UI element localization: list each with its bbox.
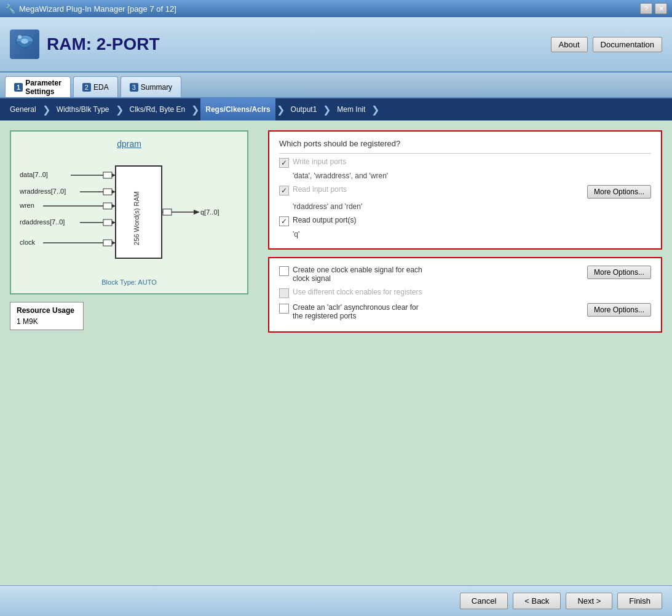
- tab-num-3: 3: [130, 83, 138, 92]
- svg-text:wren: wren: [19, 202, 34, 209]
- aclr-more-button[interactable]: More Options...: [587, 303, 651, 317]
- read-input-more-button[interactable]: More Options...: [587, 185, 651, 199]
- read-output-checkbox[interactable]: ✓: [279, 216, 289, 226]
- main-content: dpram data[7..0] wraddress[7..0] wren 25…: [0, 120, 672, 585]
- section1-question: Which ports should be registered?: [279, 139, 651, 148]
- back-button[interactable]: < Back: [513, 593, 561, 609]
- wizard-step-output1-label: Output1: [291, 105, 317, 114]
- read-output-label: Read output port(s): [293, 216, 356, 224]
- wizard-step-regs-label: Regs/Clkens/Aclrs: [205, 105, 270, 114]
- wizard-step-clks-label: Clks/Rd, Byte En: [130, 105, 186, 114]
- write-input-row: ✓ Write input ports: [279, 157, 651, 168]
- aclr-row: Create an 'aclr' asynchronous clear fort…: [279, 303, 651, 320]
- tab-num-1: 1: [14, 83, 23, 92]
- svg-rect-27: [103, 240, 112, 246]
- read-input-check-icon: ✓: [281, 186, 287, 195]
- wizard-arrow-4: ❯: [275, 104, 286, 116]
- section-registered-ports: Which ports should be registered? ✓ Writ…: [268, 130, 662, 250]
- header-title: RAM: 2-PORT: [47, 34, 160, 54]
- finish-button[interactable]: Finish: [617, 593, 662, 609]
- wizard-step-widths-label: Widths/Blk Type: [57, 105, 109, 114]
- tab-label-3: Summary: [141, 83, 172, 92]
- wizard-step-meminit[interactable]: Mem Init: [332, 98, 370, 120]
- wizard-arrow-2: ❯: [114, 104, 125, 116]
- clock-enable-more-button[interactable]: More Options...: [587, 266, 651, 279]
- clock-enable-row: Create one clock enable signal for eachc…: [279, 266, 651, 283]
- wizard-step-regs[interactable]: Regs/Clkens/Aclrs: [200, 98, 275, 120]
- svg-point-2: [18, 35, 22, 39]
- left-panel: dpram data[7..0] wraddress[7..0] wren 25…: [0, 120, 258, 585]
- resource-value: 1 M9K: [17, 317, 77, 326]
- cancel-button[interactable]: Cancel: [460, 593, 508, 609]
- diff-clock-checkbox[interactable]: [279, 288, 289, 298]
- wizard-step-output1[interactable]: Output1: [286, 98, 322, 120]
- svg-rect-28: [163, 209, 172, 215]
- wizard-arrow-6: ❯: [370, 104, 381, 116]
- svg-rect-26: [103, 219, 112, 226]
- title-bar: 🔧 MegaWizard Plug-In Manager [page 7 of …: [0, 0, 672, 17]
- close-button[interactable]: ✕: [655, 3, 667, 14]
- wizard-arrow-3: ❯: [190, 104, 200, 116]
- read-input-label: Read input ports: [293, 185, 347, 194]
- read-output-check-icon: ✓: [281, 217, 287, 226]
- tab-summary[interactable]: 3 Summary: [121, 76, 181, 97]
- svg-text:clock: clock: [20, 239, 36, 246]
- diagram-title: dpram: [18, 139, 240, 149]
- read-output-row: ✓ Read output port(s): [279, 216, 651, 226]
- about-button[interactable]: About: [551, 37, 588, 52]
- tab-label-2: EDA: [93, 83, 109, 92]
- diff-clock-row: Use different clock enables for register…: [279, 288, 651, 298]
- aclr-label: Create an 'aclr' asynchronous clear fort…: [293, 303, 419, 320]
- write-input-check-icon: ✓: [281, 159, 287, 167]
- svg-marker-21: [194, 210, 200, 215]
- app-icon: 🔧: [5, 4, 15, 14]
- clock-enable-checkbox[interactable]: [279, 266, 289, 276]
- wizard-step-clks[interactable]: Clks/Rd, Byte En: [125, 98, 191, 120]
- section-clock-enable: Create one clock enable signal for eachc…: [268, 257, 662, 333]
- right-panel: Which ports should be registered? ✓ Writ…: [258, 120, 672, 585]
- documentation-button[interactable]: Documentation: [593, 37, 662, 52]
- diagram-box: dpram data[7..0] wraddress[7..0] wren 25…: [10, 130, 248, 294]
- write-input-label: Write input ports: [293, 157, 346, 166]
- svg-text:q[7..0]: q[7..0]: [200, 208, 219, 216]
- header-icon: [10, 30, 39, 59]
- block-type-label: Block Type: AUTO: [18, 278, 240, 286]
- wizard-arrow-1: ❯: [41, 104, 52, 116]
- read-input-subtext: 'rdaddress' and 'rden': [293, 202, 651, 211]
- tab-label-1: ParameterSettings: [25, 79, 61, 96]
- wizard-step-widths[interactable]: Widths/Blk Type: [52, 98, 114, 120]
- diff-clock-label: Use different clock enables for register…: [293, 288, 422, 296]
- diagram-svg: data[7..0] wraddress[7..0] wren 256 Word…: [18, 154, 240, 277]
- header: RAM: 2-PORT About Documentation: [0, 17, 672, 73]
- aclr-checkbox[interactable]: [279, 304, 289, 314]
- wizard-step-general[interactable]: General: [5, 98, 41, 120]
- wizard-arrow-5: ❯: [322, 104, 332, 116]
- wizard-nav: General ❯ Widths/Blk Type ❯ Clks/Rd, Byt…: [0, 98, 672, 120]
- tab-parameter-settings[interactable]: 1 ParameterSettings: [5, 76, 71, 97]
- wizard-step-meminit-label: Mem Init: [337, 105, 365, 114]
- tab-num-2: 2: [82, 83, 91, 92]
- svg-rect-23: [103, 172, 112, 178]
- write-input-subtext: 'data', 'wraddress', and 'wren': [293, 172, 651, 180]
- svg-text:wraddress[7..0]: wraddress[7..0]: [19, 188, 66, 195]
- svg-point-1: [21, 39, 28, 44]
- resource-box: Resource Usage 1 M9K: [10, 302, 84, 330]
- resource-title: Resource Usage: [17, 306, 77, 315]
- help-button[interactable]: ?: [640, 3, 652, 14]
- title-bar-text: MegaWizard Plug-In Manager [page 7 of 12…: [19, 4, 176, 14]
- svg-text:256 Word(s) RAM: 256 Word(s) RAM: [133, 191, 140, 245]
- clock-enable-label: Create one clock enable signal for eachc…: [293, 266, 422, 283]
- svg-rect-24: [103, 189, 112, 195]
- svg-text:rdaddress[7..0]: rdaddress[7..0]: [20, 218, 65, 226]
- svg-rect-25: [103, 203, 112, 209]
- read-input-checkbox[interactable]: ✓: [279, 186, 289, 195]
- tabs-row: 1 ParameterSettings 2 EDA 3 Summary: [0, 73, 672, 98]
- wizard-step-general-label: General: [10, 105, 36, 114]
- bottom-bar: Cancel < Back Next > Finish: [0, 585, 672, 616]
- tab-eda[interactable]: 2 EDA: [73, 76, 118, 97]
- next-button[interactable]: Next >: [566, 593, 612, 609]
- read-input-row: ✓ Read input ports More Options...: [279, 185, 651, 199]
- read-output-subtext: 'q': [293, 230, 651, 239]
- svg-text:data[7..0]: data[7..0]: [20, 171, 48, 178]
- write-input-checkbox[interactable]: ✓: [279, 158, 289, 168]
